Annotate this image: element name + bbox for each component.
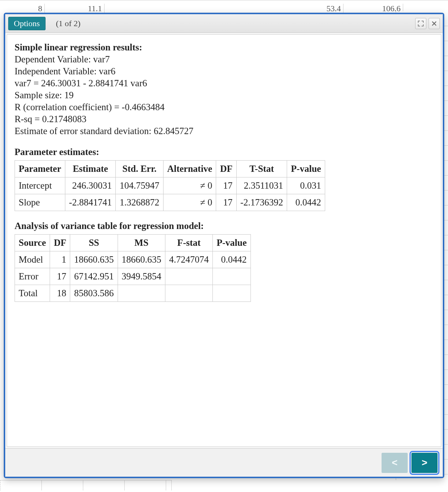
col-header: DF	[50, 235, 70, 251]
cell: 1	[50, 251, 70, 268]
cell: 246.30031	[65, 177, 116, 194]
col-header: F-stat	[165, 235, 212, 251]
cell: Error	[15, 268, 50, 285]
dialog-body: Simple linear regression results: Depend…	[7, 34, 441, 447]
col-header: Std. Err.	[116, 161, 163, 177]
cell: 17	[50, 268, 70, 285]
cell: 85803.586	[70, 285, 118, 302]
table-row: Slope -2.8841741 1.3268872 ≠ 0 17 -2.173…	[15, 194, 325, 211]
r-line: R (correlation coefficient) = -0.4663484	[15, 101, 433, 113]
indep-var-line: Independent Variable: var6	[15, 65, 433, 77]
cell: 1.3268872	[116, 194, 163, 211]
rsq-line: R-sq = 0.21748083	[15, 113, 433, 125]
cell: 0.031	[287, 177, 325, 194]
next-button[interactable]: >	[411, 453, 438, 473]
col-header: DF	[216, 161, 236, 177]
anova-table: Source DF SS MS F-stat P-value Model 1 1…	[15, 234, 251, 302]
cell: 18660.635	[70, 251, 118, 268]
page-indicator: (1 of 2)	[56, 19, 81, 28]
col-header: Estimate	[65, 161, 116, 177]
cell	[165, 285, 212, 302]
cell: ≠ 0	[163, 177, 216, 194]
parameter-estimates-table: Parameter Estimate Std. Err. Alternative…	[15, 160, 325, 211]
table-row: Model 1 18660.635 18660.635 4.7247074 0.…	[15, 251, 251, 268]
cell: 17	[216, 194, 236, 211]
cell: 4.7247074	[165, 251, 212, 268]
dep-var-line: Dependent Variable: var7	[15, 53, 433, 65]
cell: ≠ 0	[163, 194, 216, 211]
cell: 17	[216, 177, 236, 194]
cell: 18660.635	[118, 251, 165, 268]
dialog-footer: < >	[5, 448, 443, 477]
table-row: Error 17 67142.951 3949.5854	[15, 268, 251, 285]
cell	[213, 285, 251, 302]
options-button[interactable]: Options	[8, 17, 46, 30]
anova-section-title: Analysis of variance table for regressio…	[15, 220, 433, 232]
col-header: MS	[118, 235, 165, 251]
cell: Total	[15, 285, 50, 302]
close-icon[interactable]	[429, 18, 440, 29]
equation-line: var7 = 246.30031 - 2.8841741 var6	[15, 77, 433, 89]
results-dialog: Options (1 of 2) Simple linear regressio…	[4, 13, 444, 478]
table-row: Total 18 85803.586	[15, 285, 251, 302]
dialog-header: Options (1 of 2)	[5, 14, 443, 33]
col-header: P-value	[287, 161, 325, 177]
cell: 2.3511031	[236, 177, 287, 194]
cell: 0.0442	[213, 251, 251, 268]
cell: -2.8841741	[65, 194, 116, 211]
col-header: Source	[15, 235, 50, 251]
prev-button[interactable]: <	[382, 453, 408, 473]
cell: 67142.951	[70, 268, 118, 285]
cell	[165, 268, 212, 285]
col-header: Parameter	[15, 161, 65, 177]
cell: Intercept	[15, 177, 65, 194]
bottom-strip	[0, 480, 448, 492]
sample-size-line: Sample size: 19	[15, 89, 433, 101]
results-title: Simple linear regression results:	[15, 42, 142, 52]
cell: 104.75947	[116, 177, 163, 194]
expand-icon[interactable]	[415, 18, 426, 29]
param-section-title: Parameter estimates:	[15, 146, 433, 158]
cell: 3949.5854	[118, 268, 165, 285]
cell: -2.1736392	[236, 194, 287, 211]
col-header: SS	[70, 235, 118, 251]
cell: Model	[15, 251, 50, 268]
cell: Slope	[15, 194, 65, 211]
col-header: P-value	[213, 235, 251, 251]
cell: 0.0442	[287, 194, 325, 211]
cell: 18	[50, 285, 70, 302]
col-header: Alternative	[163, 161, 216, 177]
table-row: Intercept 246.30031 104.75947 ≠ 0 17 2.3…	[15, 177, 325, 194]
cell	[118, 285, 165, 302]
err-sd-line: Estimate of error standard deviation: 62…	[15, 125, 433, 137]
col-header: T-Stat	[236, 161, 287, 177]
cell	[213, 268, 251, 285]
